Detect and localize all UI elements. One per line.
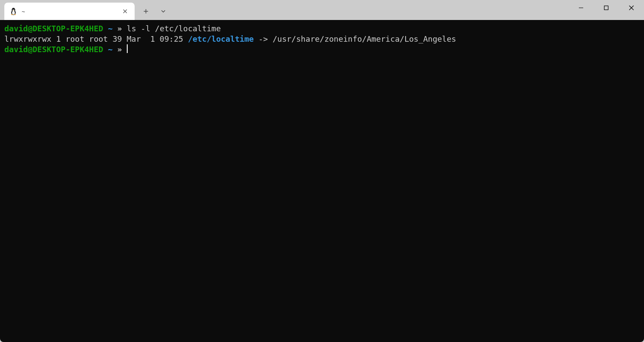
svg-point-9 (11, 14, 13, 15)
maximize-button[interactable] (594, 0, 619, 16)
maximize-icon (604, 5, 609, 10)
minimize-icon (578, 5, 584, 10)
prompt-user: david@DESKTOP-EPK4HED (4, 45, 103, 54)
close-icon (629, 5, 634, 10)
ls-output-arrow: -> (254, 34, 272, 43)
titlebar: ~ (0, 0, 644, 20)
chevron-down-icon (161, 10, 166, 13)
svg-point-6 (13, 10, 13, 10)
prompt-user: david@DESKTOP-EPK4HED (4, 24, 103, 33)
window-controls (568, 0, 644, 20)
ls-output-target: /usr/share/zoneinfo/America/Los_Angeles (273, 34, 456, 43)
tab-close-button[interactable] (121, 7, 129, 16)
close-icon (123, 9, 127, 13)
tab-dropdown-button[interactable] (155, 3, 171, 19)
command-text: ls -l /etc/localtime (127, 24, 221, 33)
prompt-symbol: » (117, 45, 122, 54)
prompt-path: ~ (108, 45, 112, 54)
prompt-path: ~ (108, 24, 112, 33)
plus-icon (143, 9, 149, 14)
svg-rect-16 (604, 6, 608, 10)
svg-point-10 (14, 14, 16, 15)
prompt-symbol: » (117, 24, 122, 33)
ls-output-linkname: /etc/localtime (188, 34, 254, 43)
svg-point-2 (12, 11, 15, 15)
new-tab-button[interactable] (138, 3, 154, 19)
svg-point-7 (14, 10, 14, 10)
ls-output-perms: lrwxrwxrwx 1 root root 39 Mar 1 09:25 (4, 34, 188, 43)
penguin-icon (10, 7, 17, 15)
active-tab[interactable]: ~ (4, 3, 135, 20)
terminal-cursor (127, 44, 128, 53)
tab-actions (138, 3, 171, 20)
terminal-output[interactable]: david@DESKTOP-EPK4HED ~ » ls -l /etc/loc… (0, 20, 644, 342)
close-window-button[interactable] (619, 0, 644, 16)
tab-title: ~ (22, 8, 121, 15)
minimize-button[interactable] (568, 0, 594, 16)
